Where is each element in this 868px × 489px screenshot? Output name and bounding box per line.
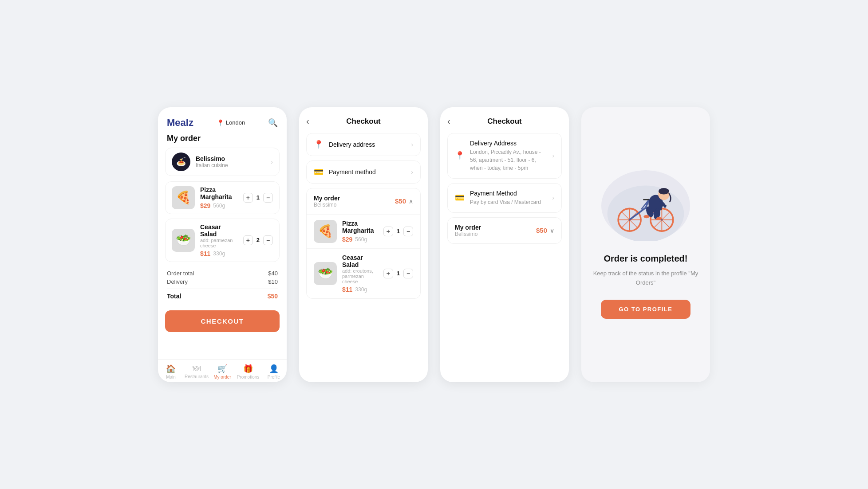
food-image-salad: 🥗	[172, 229, 195, 252]
delivery-value: $10	[268, 278, 278, 285]
pin-icon: 📍	[217, 119, 224, 126]
delivery-section-3[interactable]: 📍 Delivery Address London, Piccadily Av.…	[447, 133, 562, 179]
delivery-row: Delivery $10	[167, 278, 278, 285]
bottom-nav: 🏠 Main 🍽 Restaurants 🛒 My order 🎁 Promot…	[158, 359, 287, 382]
order-item-1: 🥗 Ceasar Salad add: parmezan cheese $11 …	[165, 219, 280, 262]
checkout-item-salad-2: 🥗 Ceasar Salad add: croutons, parmezan c…	[307, 248, 420, 298]
completed-subtitle: Keep track of the status in the profile …	[592, 269, 699, 288]
nav-promotions[interactable]: 🎁 Promotions	[235, 364, 261, 379]
qty-control-salad: + 2 −	[243, 235, 273, 245]
delivery-label-3: Delivery Address	[470, 140, 547, 147]
food-image-pizza: 🍕	[172, 186, 195, 209]
checkout-salad-qty-2: + 1 −	[383, 269, 413, 278]
food-note-salad: add: parmezan cheese	[200, 238, 238, 248]
food-info-pizza: Pizza Margharita $29 560g	[200, 186, 238, 209]
back-button-3[interactable]: ‹	[447, 116, 450, 126]
nav-main-label: Main	[166, 375, 176, 379]
checkout-pizza-num-2: 1	[397, 228, 400, 235]
checkout-pizza-img-2: 🍕	[314, 220, 337, 243]
delivery-section-2[interactable]: 📍 Delivery address ›	[306, 133, 421, 156]
my-order-restaurant-2: Belissimo	[314, 202, 340, 208]
checkout-pizza-name-2: Pizza Margharita	[342, 220, 378, 234]
food-price-salad: $11	[200, 250, 210, 257]
food-name-pizza: Pizza Margharita	[200, 186, 238, 200]
order-total-label: Order total	[167, 270, 194, 277]
checkout-salad-weight-2: 330g	[355, 286, 367, 293]
nav-myorder[interactable]: 🛒 My order	[209, 364, 235, 379]
restaurants-icon: 🍽	[193, 364, 201, 373]
completed-title: Order is completed!	[604, 254, 688, 264]
food-weight-salad: 330g	[213, 250, 225, 257]
expand-icon-3: ∨	[550, 227, 554, 234]
payment-section-3[interactable]: 💳 Payment Method Pay by card Visa / Mast…	[447, 183, 562, 213]
qty-num-salad: 2	[256, 237, 260, 243]
nav-profile[interactable]: 👤 Profile	[261, 364, 287, 379]
profile-icon: 👤	[269, 364, 279, 374]
food-price-pizza: $29	[200, 202, 210, 209]
restaurant-name: Belissimo	[196, 155, 265, 162]
checkout-salad-plus-2[interactable]: +	[383, 269, 393, 278]
app-logo: Mealz	[167, 117, 193, 129]
restaurant-row[interactable]: 🍝 Belissimo Italian cuisine ›	[165, 148, 280, 176]
checkout-salad-name-2: Ceasar Salad	[342, 254, 378, 268]
nav-profile-label: Profile	[268, 375, 280, 379]
nav-main[interactable]: 🏠 Main	[158, 364, 184, 379]
checkout-salad-minus-2[interactable]: −	[403, 269, 413, 278]
restaurant-avatar: 🍝	[172, 153, 190, 171]
screen3-card: ‹ Checkout 📍 Delivery Address London, Pi…	[440, 107, 569, 382]
chevron-right-icon: ›	[271, 158, 273, 165]
go-profile-button[interactable]: GO TO PROFILE	[601, 300, 690, 319]
order-item-0: 🍕 Pizza Margharita $29 560g + 1 −	[165, 181, 280, 214]
payment-icon-2: 💳	[314, 167, 324, 177]
cart-icon: 🛒	[217, 364, 227, 374]
my-order-section-3: My order Belissimo $50 ∨	[447, 217, 562, 244]
checkout-salad-price-2: $11	[342, 286, 352, 293]
my-order-title-3: My order	[455, 224, 481, 231]
my-order-total-2: $50	[395, 197, 406, 205]
checkout-pizza-weight-2: 560g	[355, 236, 367, 243]
cyclist-illustration	[601, 170, 690, 241]
qty-plus-salad[interactable]: +	[243, 235, 253, 245]
nav-promotions-label: Promotions	[237, 375, 260, 379]
order-completed-illustration	[601, 170, 690, 241]
screen2-card: ‹ Checkout 📍 Delivery address › 💳 Paymen…	[299, 107, 428, 382]
payment-detail-3: Pay by card Visa / Mastercard	[470, 198, 547, 206]
checkout-salad-img-2: 🥗	[314, 262, 337, 285]
qty-control-pizza: + 1 −	[243, 193, 273, 203]
nav-myorder-label: My order	[213, 375, 231, 379]
screens-container: Mealz 📍 London 🔍 My order 🍝 Belissimo It…	[158, 107, 710, 382]
my-order-total-3: $50	[536, 227, 547, 234]
promotions-icon: 🎁	[243, 364, 253, 374]
delivery-detail-3: London, Piccadily Av., house - 56, apart…	[470, 148, 547, 172]
delivery-label-2: Delivery address	[329, 141, 406, 148]
my-order-header-2[interactable]: My order Belissimo $50 ∧	[307, 188, 420, 214]
svg-point-20	[659, 188, 669, 195]
checkout-pizza-minus-2[interactable]: −	[403, 227, 413, 236]
location-row: 📍 London	[217, 119, 245, 126]
search-icon[interactable]: 🔍	[268, 118, 278, 128]
qty-num-pizza: 1	[256, 194, 260, 201]
my-order-info-3: My order Belissimo	[455, 224, 481, 237]
total-label: Total	[167, 293, 181, 300]
qty-plus-pizza[interactable]: +	[243, 193, 253, 203]
delivery-icon-3: 📍	[455, 151, 465, 160]
nav-restaurants-label: Restaurants	[185, 374, 209, 379]
checkout-button[interactable]: CHECKOUT	[165, 310, 280, 332]
payment-label-2: Payment method	[329, 168, 406, 176]
payment-icon-3: 💳	[455, 193, 465, 203]
qty-minus-salad[interactable]: −	[263, 235, 273, 245]
nav-restaurants[interactable]: 🍽 Restaurants	[184, 364, 209, 379]
food-price-row-pizza: $29 560g	[200, 202, 238, 209]
my-order-right-2: $50 ∧	[395, 197, 413, 205]
my-order-header-3[interactable]: My order Belissimo $50 ∨	[448, 218, 561, 243]
payment-section-2[interactable]: 💳 Payment method ›	[306, 160, 421, 184]
my-order-right-3: $50 ∨	[536, 227, 554, 234]
delivery-info-3: Delivery Address London, Piccadily Av., …	[470, 140, 547, 172]
checkout-pizza-plus-2[interactable]: +	[383, 227, 393, 236]
delivery-label: Delivery	[167, 278, 188, 285]
back-button-2[interactable]: ‹	[306, 116, 309, 126]
qty-minus-pizza[interactable]: −	[263, 193, 273, 203]
my-order-section-2: My order Belissimo $50 ∧ 🍕 Pizza Marghar…	[306, 188, 421, 299]
restaurant-cuisine: Italian cuisine	[196, 162, 265, 168]
checkout-item-pizza-2: 🍕 Pizza Margharita $29 560g + 1 −	[307, 214, 420, 248]
